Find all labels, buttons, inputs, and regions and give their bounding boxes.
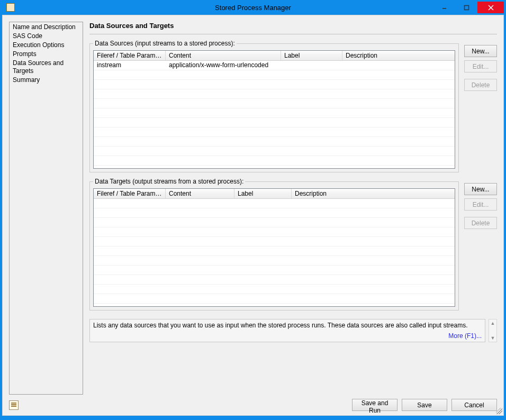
table-row[interactable]	[94, 275, 455, 285]
main-panel: Data Sources and Targets Data Sources (i…	[89, 22, 497, 395]
window-title: Stored Process Manager	[2, 4, 504, 12]
cell-label	[281, 61, 342, 70]
app-icon	[6, 3, 15, 12]
table-row[interactable]	[94, 118, 455, 127]
app-window: Stored Process Manager Name and Descript…	[2, 0, 504, 416]
help-scrollbar[interactable]: ▲ ▼	[489, 319, 497, 342]
help-text: Lists any data sources that you want to …	[93, 322, 468, 329]
cell-fileref: instream	[94, 61, 166, 70]
titlebar[interactable]: Stored Process Manager	[2, 0, 504, 15]
table-row[interactable]	[94, 208, 455, 218]
close-button[interactable]	[477, 2, 504, 13]
minimize-icon	[441, 5, 447, 11]
sources-new-button[interactable]: New...	[464, 45, 497, 57]
targets-new-button[interactable]: New...	[464, 183, 497, 195]
sidebar: Name and Description SAS Code Execution …	[9, 22, 83, 395]
col-description[interactable]: Description	[342, 51, 455, 60]
table-row[interactable]	[94, 304, 455, 306]
table-row[interactable]	[94, 166, 455, 168]
cancel-button[interactable]: Cancel	[451, 399, 497, 411]
data-targets-buttons: New... Edit... Delete	[464, 178, 497, 229]
table-row[interactable]	[94, 294, 455, 304]
table-row[interactable]	[94, 80, 455, 89]
table-row[interactable]	[94, 266, 455, 275]
maximize-icon	[464, 5, 469, 11]
data-targets-header: Fileref / Table Parameter Content Label …	[94, 189, 455, 199]
col-content[interactable]: Content	[166, 189, 234, 198]
cell-content: application/x-www-form-urlencoded	[166, 61, 281, 70]
table-row[interactable]	[94, 127, 455, 137]
data-targets-fieldset: Data Targets (output streams from a stor…	[89, 178, 459, 311]
svg-rect-1	[464, 5, 468, 10]
data-targets-table[interactable]: Fileref / Table Parameter Content Label …	[93, 188, 455, 307]
close-icon	[488, 5, 494, 11]
col-content[interactable]: Content	[166, 51, 281, 60]
table-row[interactable]	[94, 70, 455, 80]
window-controls	[433, 2, 504, 13]
sidebar-item-name-description[interactable]: Name and Description	[10, 23, 83, 32]
table-row[interactable]	[94, 156, 455, 166]
col-description[interactable]: Description	[292, 189, 455, 198]
targets-edit-button[interactable]: Edit...	[464, 198, 497, 211]
table-row[interactable]	[94, 89, 455, 99]
table-row[interactable]	[94, 218, 455, 227]
data-targets-group: Data Targets (output streams from a stor…	[89, 178, 497, 311]
data-sources-body[interactable]: instream application/x-www-form-urlencod…	[94, 61, 455, 168]
table-row[interactable]	[94, 147, 455, 156]
data-sources-group: Data Sources (input streams to a stored …	[89, 40, 497, 172]
page-title: Data Sources and Targets	[89, 22, 497, 30]
table-row[interactable]	[94, 199, 455, 208]
table-row[interactable]: instream application/x-www-form-urlencod…	[94, 61, 455, 70]
data-sources-fieldset: Data Sources (input streams to a stored …	[89, 40, 459, 172]
sidebar-item-summary[interactable]: Summary	[10, 76, 83, 85]
col-fileref[interactable]: Fileref / Table Parameter	[94, 51, 166, 60]
cell-description	[342, 61, 455, 70]
sidebar-item-execution-options[interactable]: Execution Options	[10, 41, 83, 50]
help-more-link[interactable]: More (F1)...	[448, 332, 482, 340]
table-row[interactable]	[94, 285, 455, 294]
data-sources-header: Fileref / Table Parameter Content Label …	[94, 51, 455, 61]
data-sources-legend: Data Sources (input streams to a stored …	[93, 40, 237, 47]
table-row[interactable]	[94, 99, 455, 108]
table-row[interactable]	[94, 246, 455, 256]
scroll-up-icon[interactable]: ▲	[489, 319, 496, 327]
minimize-button[interactable]	[433, 2, 455, 13]
data-targets-legend: Data Targets (output streams from a stor…	[93, 178, 245, 185]
table-row[interactable]	[94, 256, 455, 266]
data-sources-table[interactable]: Fileref / Table Parameter Content Label …	[93, 50, 455, 169]
data-targets-body[interactable]	[94, 199, 455, 306]
maximize-button[interactable]	[455, 2, 477, 13]
save-and-run-button[interactable]: Save and Run	[352, 399, 397, 411]
scroll-down-icon[interactable]: ▼	[489, 334, 496, 342]
help-row: Lists any data sources that you want to …	[89, 319, 497, 342]
sources-edit-button[interactable]: Edit...	[464, 60, 497, 72]
data-sources-buttons: New... Edit... Delete	[464, 40, 497, 91]
sidebar-item-prompts[interactable]: Prompts	[10, 50, 83, 59]
sources-delete-button[interactable]: Delete	[464, 79, 497, 91]
log-icon[interactable]	[9, 400, 19, 410]
help-text-box: Lists any data sources that you want to …	[89, 319, 485, 342]
save-button[interactable]: Save	[402, 399, 447, 411]
table-row[interactable]	[94, 137, 455, 147]
table-row[interactable]	[94, 237, 455, 246]
col-label[interactable]: Label	[281, 51, 342, 60]
header-rule	[89, 34, 497, 34]
sidebar-item-data-sources-targets[interactable]: Data Sources and Targets	[10, 59, 83, 76]
col-label[interactable]: Label	[234, 189, 292, 198]
footer: Save and Run Save Cancel	[3, 397, 503, 415]
table-row[interactable]	[94, 108, 455, 118]
content: Name and Description SAS Code Execution …	[3, 15, 503, 397]
table-row[interactable]	[94, 227, 455, 237]
client-area: Name and Description SAS Code Execution …	[2, 15, 504, 416]
sidebar-item-sas-code[interactable]: SAS Code	[10, 32, 83, 41]
col-fileref[interactable]: Fileref / Table Parameter	[94, 189, 166, 198]
targets-delete-button[interactable]: Delete	[464, 217, 497, 229]
